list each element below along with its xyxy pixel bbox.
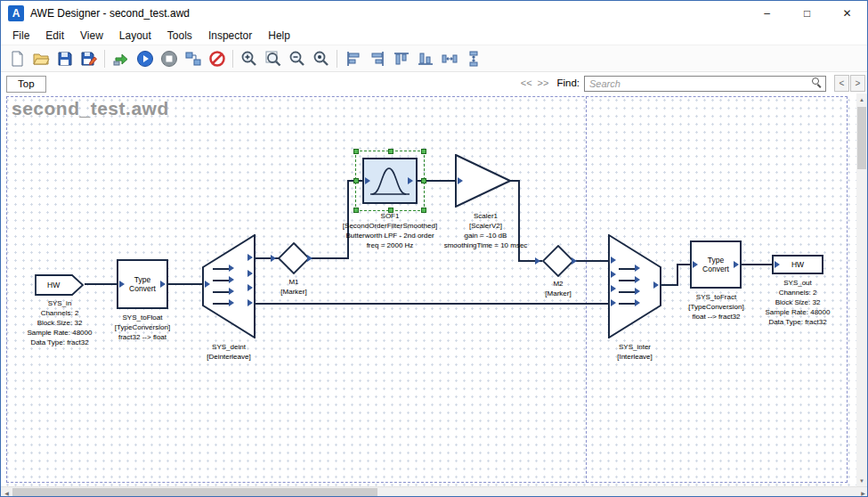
wire[interactable] (254, 303, 608, 305)
profile-button[interactable] (181, 47, 205, 70)
play-button[interactable] (133, 47, 157, 70)
align-left-button[interactable] (341, 47, 365, 70)
tab-top[interactable]: Top (6, 76, 46, 93)
output-pin[interactable] (653, 281, 659, 289)
align-right-button[interactable] (365, 47, 389, 70)
pin[interactable] (635, 265, 640, 272)
nav-forward-button[interactable]: >> (538, 77, 549, 88)
align-top-button[interactable] (389, 47, 413, 70)
pin[interactable] (229, 276, 234, 283)
wire[interactable] (677, 264, 690, 265)
output-pin[interactable] (572, 257, 577, 265)
horizontal-scrollbar[interactable]: ◀ ▶ (1, 486, 868, 497)
pin[interactable] (229, 288, 234, 295)
scroll-right-button[interactable]: ▶ (857, 487, 868, 497)
menu-item-layout[interactable]: Layout (111, 27, 159, 45)
selection-outline (355, 151, 425, 211)
tab-scroll-left-button[interactable]: < (834, 75, 849, 92)
nav-back-button[interactable]: << (521, 77, 532, 88)
menu-item-tools[interactable]: Tools (159, 27, 200, 45)
input-pin[interactable] (693, 261, 698, 268)
halt-icon (208, 50, 226, 68)
pin[interactable] (635, 276, 640, 283)
zoom-fit-button[interactable] (261, 47, 285, 70)
menu-item-help[interactable]: Help (260, 27, 298, 45)
menu-item-inspector[interactable]: Inspector (200, 27, 260, 45)
block-m1[interactable] (278, 242, 310, 274)
search-icon[interactable] (812, 77, 819, 85)
input-pin[interactable] (535, 257, 540, 265)
wire[interactable] (168, 283, 202, 285)
distribute-vertical-button[interactable] (461, 47, 485, 70)
connect-button[interactable] (109, 47, 133, 70)
design-canvas[interactable]: second_test.awd HW SYS_inChannels: 2Bloc… (1, 94, 858, 486)
output-pin[interactable] (247, 284, 253, 291)
wire[interactable] (574, 260, 608, 262)
stop-button[interactable] (157, 47, 181, 70)
input-pin[interactable] (458, 177, 463, 184)
open-button[interactable] (28, 47, 53, 70)
align-top-icon (393, 50, 410, 68)
maximize-button[interactable]: □ (787, 1, 827, 26)
block-sys-tofloat-caption: SYS_toFloat[TypeConversion]fract32 --> f… (93, 313, 192, 342)
pin[interactable] (635, 299, 640, 306)
input-pin[interactable] (611, 285, 616, 292)
caption-line: SYS_deint (175, 342, 282, 352)
block-scaler1[interactable] (455, 154, 512, 208)
wire[interactable] (661, 284, 677, 286)
block-m2[interactable] (542, 245, 574, 277)
vertical-scrollbar-thumb[interactable] (857, 107, 866, 169)
halt-button[interactable] (205, 47, 229, 70)
menu-item-view[interactable]: View (72, 27, 111, 45)
output-pin[interactable] (307, 255, 312, 262)
input-pin[interactable] (611, 257, 616, 264)
pin[interactable] (229, 299, 234, 306)
zoom-out-icon (288, 50, 306, 68)
input-pin[interactable] (775, 261, 780, 268)
horizontal-scrollbar-thumb[interactable] (12, 488, 377, 497)
wire[interactable] (309, 257, 348, 259)
close-button[interactable]: ✕ (827, 1, 867, 26)
input-pin[interactable] (119, 281, 125, 288)
minimize-button[interactable]: – (747, 1, 787, 26)
selection-handle[interactable] (353, 149, 359, 154)
zoom-out-button[interactable] (285, 47, 309, 70)
output-pin[interactable] (160, 281, 166, 288)
selection-handle[interactable] (388, 149, 393, 154)
title-bar[interactable]: A AWE Designer - second_test.awd – □ ✕ (1, 1, 867, 26)
scroll-up-button[interactable]: ▲ (856, 94, 867, 105)
wire[interactable] (85, 283, 117, 285)
input-pin[interactable] (271, 255, 276, 262)
menu-item-file[interactable]: File (4, 27, 37, 45)
find-input[interactable] (584, 76, 826, 92)
menu-item-edit[interactable]: Edit (37, 27, 72, 45)
save-as-button[interactable] (77, 47, 101, 70)
output-pin[interactable] (734, 261, 739, 268)
distribute-horizontal-button[interactable] (437, 47, 461, 70)
save-button[interactable] (53, 47, 77, 70)
wire[interactable] (742, 264, 772, 265)
new-button[interactable] (4, 47, 28, 70)
block-sys-out-caption: SYS_outChannels: 2Block Size: 32Sample R… (744, 278, 851, 327)
input-pin[interactable] (611, 299, 616, 306)
caption-line: smoothingTime = 10 msec (426, 240, 546, 250)
input-pin[interactable] (205, 281, 210, 288)
input-pin[interactable] (611, 271, 616, 278)
scroll-left-button[interactable]: ◀ (1, 487, 12, 497)
align-bottom-button[interactable] (413, 47, 437, 70)
vertical-scrollbar[interactable]: ▲ ▼ (856, 94, 867, 486)
output-pin[interactable] (247, 254, 253, 261)
scroll-down-button[interactable]: ▼ (856, 475, 867, 486)
toolbar-separator (232, 50, 233, 68)
output-pin[interactable] (247, 270, 253, 277)
zoom-in-button[interactable] (237, 47, 261, 70)
selection-handle[interactable] (421, 149, 426, 154)
output-pin[interactable] (247, 299, 253, 306)
wire[interactable] (677, 264, 678, 286)
selection-handle[interactable] (353, 178, 359, 183)
pin[interactable] (229, 265, 234, 272)
pin[interactable] (635, 288, 640, 295)
zoom-100-button[interactable] (309, 47, 333, 70)
selection-handle[interactable] (421, 178, 426, 183)
tab-scroll-right-button[interactable]: > (850, 75, 865, 92)
